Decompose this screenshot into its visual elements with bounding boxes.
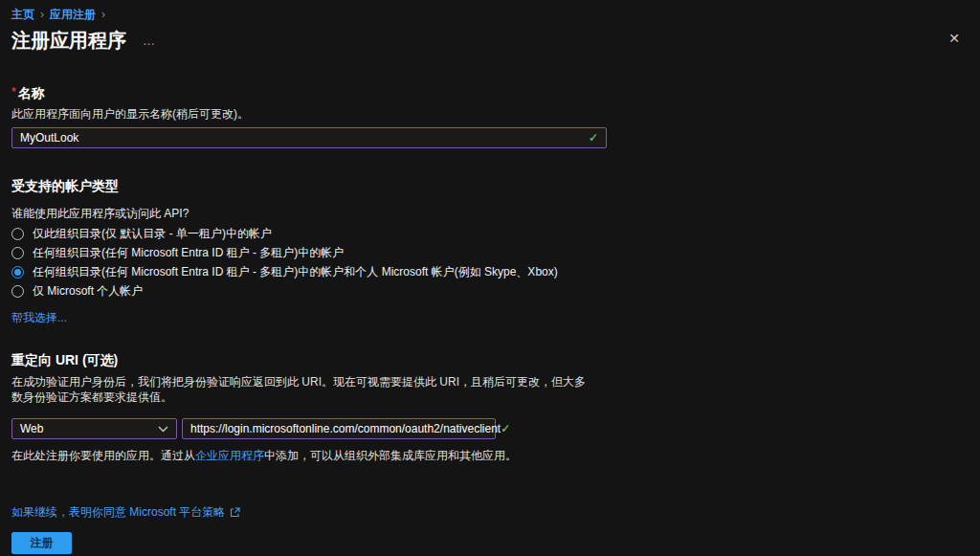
radio-label: 仅此组织目录(仅 默认目录 - 单一租户)中的帐户: [33, 226, 272, 242]
redirect-uri-input[interactable]: https://login.microsoftonline.com/common…: [182, 418, 496, 439]
page-title: 注册应用程序: [11, 28, 126, 54]
account-type-option-personal-only[interactable]: 仅 Microsoft 个人帐户: [11, 281, 969, 300]
radio-label: 任何组织目录(任何 Microsoft Entra ID 租户 - 多租户)中的…: [33, 264, 558, 280]
valid-check-icon: ✓: [501, 422, 510, 435]
name-label: 名称: [18, 85, 45, 100]
radio-icon: [11, 266, 24, 278]
app-name-input[interactable]: MyOutLook ✓: [11, 127, 607, 148]
account-type-option-multi-tenant[interactable]: 任何组织目录(任何 Microsoft Entra ID 租户 - 多租户)中的…: [11, 243, 969, 262]
platform-select-value: Web: [20, 422, 43, 435]
help-me-choose-link[interactable]: 帮我选择...: [11, 310, 67, 322]
blade-header: 注册应用程序 …: [11, 30, 969, 52]
account-type-radio-group: 仅此组织目录(仅 默认目录 - 单一租户)中的帐户 任何组织目录(任何 Micr…: [11, 224, 969, 300]
more-options-icon[interactable]: …: [143, 33, 156, 48]
account-type-option-multi-tenant-personal[interactable]: 任何组织目录(任何 Microsoft Entra ID 租户 - 多租户)中的…: [11, 262, 969, 281]
breadcrumb-home-link[interactable]: 主页: [11, 7, 34, 23]
radio-label: 任何组织目录(任何 Microsoft Entra ID 租户 - 多租户)中的…: [33, 245, 344, 261]
name-description: 此应用程序面向用户的显示名称(稍后可更改)。: [11, 106, 969, 119]
redirect-uri-value: https://login.microsoftonline.com/common…: [190, 422, 501, 435]
breadcrumb: 主页 › 应用注册 ›: [11, 8, 969, 21]
redirect-uri-description: 在成功验证用户身份后，我们将把身份验证响应返回到此 URI。现在可视需要提供此 …: [11, 374, 588, 405]
redirect-uri-controls: Web https://login.microsoftonline.com/co…: [11, 418, 969, 439]
app-name-value: MyOutLook: [20, 131, 589, 145]
close-icon[interactable]: ✕: [948, 32, 960, 45]
note-suffix: 中添加，可以从组织外部集成库应用和其他应用。: [264, 449, 517, 462]
note-prefix: 在此处注册你要使用的应用。通过从: [11, 449, 195, 462]
platform-policies-link[interactable]: 如果继续，表明你同意 Microsoft 平台策略: [11, 504, 225, 521]
name-section-label: *名称: [11, 85, 969, 99]
breadcrumb-app-registrations-link[interactable]: 应用注册: [50, 7, 96, 23]
register-application-blade: 主页 › 应用注册 › 注册应用程序 … ✕ *名称 此应用程序面向用户的显示名…: [0, 0, 980, 556]
register-button[interactable]: 注册: [11, 532, 72, 554]
account-type-option-single-tenant[interactable]: 仅此组织目录(仅 默认目录 - 单一租户)中的帐户: [11, 224, 969, 243]
breadcrumb-chevron-icon: ›: [40, 9, 44, 20]
enterprise-apps-note: 在此处注册你要使用的应用。通过从企业应用程序中添加，可以从组织外部集成库应用和其…: [11, 448, 969, 460]
radio-icon: [11, 228, 24, 240]
enterprise-applications-link[interactable]: 企业应用程序: [195, 449, 264, 462]
required-marker: *: [11, 85, 16, 99]
redirect-uri-heading: 重定向 URI (可选): [11, 352, 969, 367]
valid-check-icon: ✓: [589, 131, 598, 145]
policy-line: 如果继续，表明你同意 Microsoft 平台策略: [11, 505, 969, 519]
radio-label: 仅 Microsoft 个人帐户: [33, 283, 143, 300]
external-link-icon: [230, 507, 240, 518]
chevron-down-icon: [158, 426, 168, 433]
account-types-question: 谁能使用此应用程序或访问此 API?: [11, 206, 969, 217]
radio-icon: [11, 247, 24, 259]
radio-icon: [11, 285, 24, 298]
platform-select[interactable]: Web: [11, 418, 177, 439]
breadcrumb-chevron-icon: ›: [101, 9, 105, 20]
account-types-heading: 受支持的帐户类型: [11, 178, 969, 192]
